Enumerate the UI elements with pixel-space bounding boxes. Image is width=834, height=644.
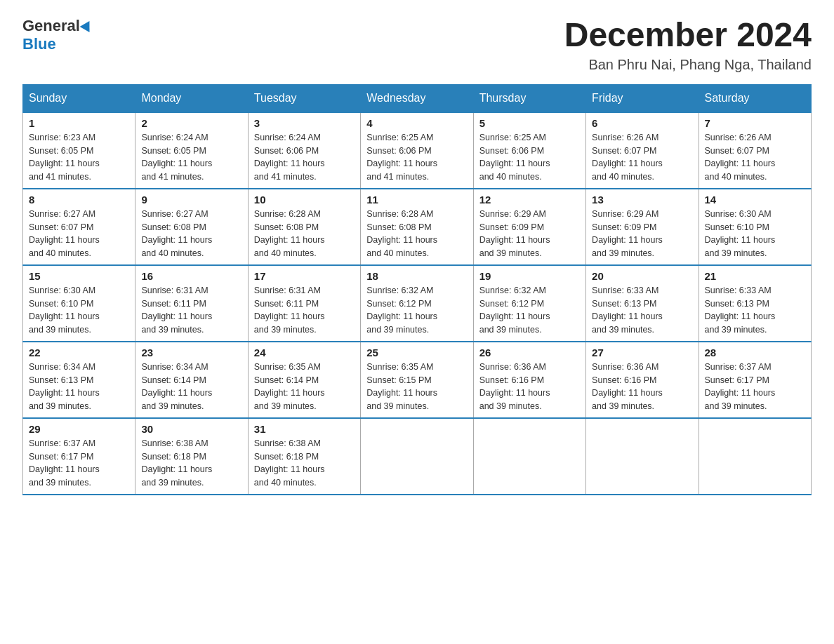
- calendar-cell: 5 Sunrise: 6:25 AMSunset: 6:06 PMDayligh…: [473, 112, 585, 189]
- calendar-cell: 14 Sunrise: 6:30 AMSunset: 6:10 PMDaylig…: [699, 189, 811, 265]
- calendar-cell: 15 Sunrise: 6:30 AMSunset: 6:10 PMDaylig…: [23, 265, 135, 342]
- calendar-cell: 7 Sunrise: 6:26 AMSunset: 6:07 PMDayligh…: [699, 112, 811, 189]
- day-number: 18: [366, 270, 467, 282]
- calendar-cell: 24 Sunrise: 6:35 AMSunset: 6:14 PMDaylig…: [248, 342, 360, 418]
- page-title: December 2024: [564, 17, 812, 54]
- calendar-cell: [699, 418, 811, 495]
- day-number: 11: [366, 194, 467, 206]
- calendar-cell: 8 Sunrise: 6:27 AMSunset: 6:07 PMDayligh…: [23, 189, 135, 265]
- day-info: Sunrise: 6:24 AMSunset: 6:06 PMDaylight:…: [254, 131, 355, 184]
- calendar-cell: 21 Sunrise: 6:33 AMSunset: 6:13 PMDaylig…: [699, 265, 811, 342]
- day-info: Sunrise: 6:29 AMSunset: 6:09 PMDaylight:…: [479, 208, 580, 260]
- day-number: 26: [479, 347, 580, 358]
- day-info: Sunrise: 6:33 AMSunset: 6:13 PMDaylight:…: [592, 284, 692, 337]
- day-info: Sunrise: 6:33 AMSunset: 6:13 PMDaylight:…: [705, 284, 805, 337]
- day-info: Sunrise: 6:30 AMSunset: 6:10 PMDaylight:…: [29, 284, 129, 337]
- calendar-cell: 25 Sunrise: 6:35 AMSunset: 6:15 PMDaylig…: [361, 342, 473, 418]
- day-info: Sunrise: 6:37 AMSunset: 6:17 PMDaylight:…: [705, 361, 805, 413]
- day-info: Sunrise: 6:24 AMSunset: 6:05 PMDaylight:…: [141, 131, 241, 184]
- calendar-cell: 18 Sunrise: 6:32 AMSunset: 6:12 PMDaylig…: [361, 265, 473, 342]
- calendar-header-row: SundayMondayTuesdayWednesdayThursdayFrid…: [23, 84, 812, 112]
- calendar-cell: [361, 418, 473, 495]
- col-header-saturday: Saturday: [699, 84, 811, 112]
- calendar-cell: 4 Sunrise: 6:25 AMSunset: 6:06 PMDayligh…: [361, 112, 473, 189]
- day-number: 31: [254, 423, 355, 435]
- day-info: Sunrise: 6:36 AMSunset: 6:16 PMDaylight:…: [592, 361, 692, 413]
- day-number: 9: [141, 194, 241, 206]
- day-number: 13: [592, 194, 692, 206]
- day-info: Sunrise: 6:32 AMSunset: 6:12 PMDaylight:…: [366, 284, 467, 337]
- logo-blue-text: Blue: [22, 35, 56, 53]
- day-info: Sunrise: 6:35 AMSunset: 6:14 PMDaylight:…: [254, 361, 355, 413]
- col-header-thursday: Thursday: [473, 84, 585, 112]
- calendar-cell: 26 Sunrise: 6:36 AMSunset: 6:16 PMDaylig…: [473, 342, 585, 418]
- calendar-cell: 30 Sunrise: 6:38 AMSunset: 6:18 PMDaylig…: [135, 418, 248, 495]
- logo-top-row: General: [22, 17, 93, 35]
- calendar-cell: 31 Sunrise: 6:38 AMSunset: 6:18 PMDaylig…: [248, 418, 360, 495]
- calendar-cell: 17 Sunrise: 6:31 AMSunset: 6:11 PMDaylig…: [248, 265, 360, 342]
- day-info: Sunrise: 6:38 AMSunset: 6:18 PMDaylight:…: [254, 437, 355, 490]
- day-info: Sunrise: 6:34 AMSunset: 6:13 PMDaylight:…: [29, 361, 129, 413]
- day-number: 25: [366, 347, 467, 358]
- calendar-cell: 29 Sunrise: 6:37 AMSunset: 6:17 PMDaylig…: [23, 418, 135, 495]
- logo: General Blue: [22, 17, 93, 53]
- calendar-cell: 23 Sunrise: 6:34 AMSunset: 6:14 PMDaylig…: [135, 342, 248, 418]
- day-number: 15: [29, 270, 129, 282]
- day-number: 7: [705, 117, 805, 129]
- day-number: 10: [254, 194, 355, 206]
- calendar-cell: 27 Sunrise: 6:36 AMSunset: 6:16 PMDaylig…: [586, 342, 699, 418]
- day-info: Sunrise: 6:23 AMSunset: 6:05 PMDaylight:…: [29, 131, 129, 184]
- day-number: 14: [705, 194, 805, 206]
- calendar-week-3: 15 Sunrise: 6:30 AMSunset: 6:10 PMDaylig…: [23, 265, 812, 342]
- calendar-cell: 19 Sunrise: 6:32 AMSunset: 6:12 PMDaylig…: [473, 265, 585, 342]
- calendar-cell: 12 Sunrise: 6:29 AMSunset: 6:09 PMDaylig…: [473, 189, 585, 265]
- col-header-friday: Friday: [586, 84, 699, 112]
- col-header-tuesday: Tuesday: [248, 84, 360, 112]
- calendar-week-1: 1 Sunrise: 6:23 AMSunset: 6:05 PMDayligh…: [23, 112, 812, 189]
- day-number: 8: [29, 194, 129, 206]
- calendar-cell: 16 Sunrise: 6:31 AMSunset: 6:11 PMDaylig…: [135, 265, 248, 342]
- day-number: 20: [592, 270, 692, 282]
- calendar-cell: 13 Sunrise: 6:29 AMSunset: 6:09 PMDaylig…: [586, 189, 699, 265]
- day-info: Sunrise: 6:29 AMSunset: 6:09 PMDaylight:…: [592, 208, 692, 260]
- day-number: 21: [705, 270, 805, 282]
- day-info: Sunrise: 6:38 AMSunset: 6:18 PMDaylight:…: [141, 437, 241, 490]
- day-number: 23: [141, 347, 241, 358]
- calendar-cell: 2 Sunrise: 6:24 AMSunset: 6:05 PMDayligh…: [135, 112, 248, 189]
- day-number: 24: [254, 347, 355, 358]
- calendar-week-5: 29 Sunrise: 6:37 AMSunset: 6:17 PMDaylig…: [23, 418, 812, 495]
- day-number: 2: [141, 117, 241, 129]
- calendar-cell: 11 Sunrise: 6:28 AMSunset: 6:08 PMDaylig…: [361, 189, 473, 265]
- calendar-cell: 20 Sunrise: 6:33 AMSunset: 6:13 PMDaylig…: [586, 265, 699, 342]
- day-info: Sunrise: 6:31 AMSunset: 6:11 PMDaylight:…: [141, 284, 241, 337]
- calendar-table: SundayMondayTuesdayWednesdayThursdayFrid…: [22, 84, 812, 495]
- calendar-cell: 9 Sunrise: 6:27 AMSunset: 6:08 PMDayligh…: [135, 189, 248, 265]
- logo-bottom-row: Blue: [22, 35, 56, 53]
- day-info: Sunrise: 6:35 AMSunset: 6:15 PMDaylight:…: [366, 361, 467, 413]
- calendar-cell: [586, 418, 699, 495]
- logo-general-text: General: [22, 17, 80, 34]
- day-number: 28: [705, 347, 805, 358]
- day-info: Sunrise: 6:37 AMSunset: 6:17 PMDaylight:…: [29, 437, 129, 490]
- day-info: Sunrise: 6:25 AMSunset: 6:06 PMDaylight:…: [366, 131, 467, 184]
- calendar-cell: 6 Sunrise: 6:26 AMSunset: 6:07 PMDayligh…: [586, 112, 699, 189]
- day-info: Sunrise: 6:27 AMSunset: 6:07 PMDaylight:…: [29, 208, 129, 260]
- calendar-cell: 22 Sunrise: 6:34 AMSunset: 6:13 PMDaylig…: [23, 342, 135, 418]
- day-info: Sunrise: 6:32 AMSunset: 6:12 PMDaylight:…: [479, 284, 580, 337]
- calendar-cell: 1 Sunrise: 6:23 AMSunset: 6:05 PMDayligh…: [23, 112, 135, 189]
- day-info: Sunrise: 6:25 AMSunset: 6:06 PMDaylight:…: [479, 131, 580, 184]
- logo-triangle-icon: [80, 21, 95, 35]
- day-number: 3: [254, 117, 355, 129]
- day-number: 29: [29, 423, 129, 435]
- day-number: 1: [29, 117, 129, 129]
- day-number: 17: [254, 270, 355, 282]
- day-number: 5: [479, 117, 580, 129]
- calendar-cell: 3 Sunrise: 6:24 AMSunset: 6:06 PMDayligh…: [248, 112, 360, 189]
- day-number: 4: [366, 117, 467, 129]
- day-info: Sunrise: 6:28 AMSunset: 6:08 PMDaylight:…: [366, 208, 467, 260]
- calendar-cell: 10 Sunrise: 6:28 AMSunset: 6:08 PMDaylig…: [248, 189, 360, 265]
- col-header-sunday: Sunday: [23, 84, 135, 112]
- calendar-cell: 28 Sunrise: 6:37 AMSunset: 6:17 PMDaylig…: [699, 342, 811, 418]
- day-number: 22: [29, 347, 129, 358]
- day-number: 19: [479, 270, 580, 282]
